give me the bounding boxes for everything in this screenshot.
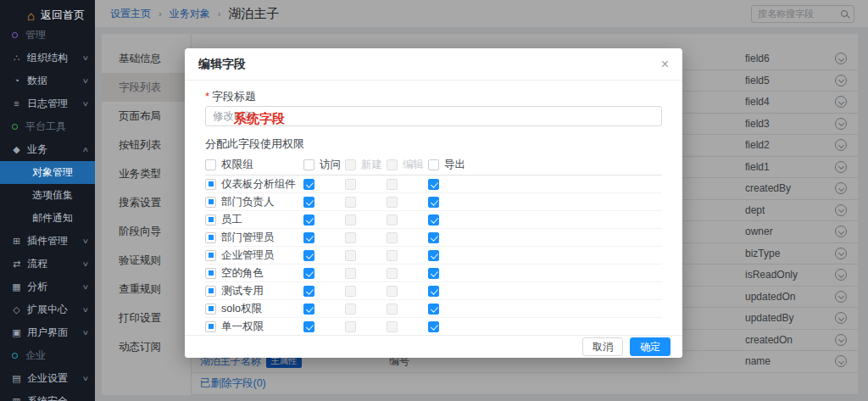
back-home-label: 返回首页 (41, 8, 85, 23)
sidebar-item-enterprise[interactable]: 企业 (0, 344, 95, 367)
permission-group-checkbox[interactable] (205, 214, 216, 226)
permission-rows: 仪表板分析组件部门负责人员工部门管理员企业管理员空的角色测试专用solo权限单一… (205, 175, 662, 336)
sidebar-item-log-management[interactable]: ≡日志管理∨ (0, 92, 95, 115)
permission-group-name: 员工 (221, 213, 242, 227)
access-checkbox[interactable] (303, 250, 314, 261)
export-checkbox[interactable] (428, 250, 439, 261)
perm-cell-permission-group: 仪表板分析组件 (205, 177, 303, 192)
chevron-down-icon: ∨ (82, 77, 90, 85)
perm-cell-export (428, 268, 479, 279)
sidebar-item-extension-center[interactable]: ◇扩展中心∨ (0, 298, 95, 321)
perm-header-label: 访问 (320, 158, 341, 172)
export-checkbox[interactable] (428, 179, 439, 190)
perm-cell-edit (387, 250, 428, 261)
permission-group-checkbox[interactable] (205, 179, 216, 190)
sidebar-item-label: 数据 (27, 74, 47, 88)
chevron-down-icon: ∨ (82, 283, 90, 291)
back-home-button[interactable]: ⌂ 返回首页 (0, 0, 95, 23)
sidebar-item-plugin-management[interactable]: ⊞插件管理∨ (0, 230, 95, 253)
access-checkbox[interactable] (303, 286, 314, 297)
permission-header-row: 权限组访问新建编辑导出 (205, 155, 662, 175)
permission-table: 权限组访问新建编辑导出 仪表板分析组件部门负责人员工部门管理员企业管理员空的角色… (205, 155, 662, 336)
export-checkbox[interactable] (428, 232, 439, 243)
create-checkbox (345, 179, 356, 190)
permission-group-name: 部门负责人 (221, 195, 275, 209)
export-checkbox[interactable] (428, 321, 439, 332)
permission-group-checkbox[interactable] (205, 159, 216, 170)
data-icon: ◔ (10, 76, 23, 86)
plugins-icon: ⊞ (10, 237, 23, 246)
ok-button[interactable]: 确定 (630, 337, 670, 356)
sidebar-item-object-management[interactable]: 对象管理 (0, 161, 95, 184)
edit-checkbox (387, 250, 398, 261)
sidebar-item-label: 扩展中心 (27, 303, 68, 317)
perm-cell-permission-group: 企业管理员 (205, 248, 303, 263)
perm-cell-create (345, 214, 387, 226)
permission-row: 单一权限 (205, 318, 662, 336)
perm-cell-create (345, 304, 387, 315)
sidebar-item-admin[interactable]: 管理 (0, 24, 95, 47)
perm-header-label: 权限组 (221, 158, 253, 172)
sidebar-item-mail-notification[interactable]: 邮件通知 (0, 207, 95, 230)
perm-cell-edit (387, 179, 428, 190)
permission-group-checkbox[interactable] (205, 286, 216, 297)
export-checkbox[interactable] (428, 197, 439, 208)
close-icon[interactable]: × (661, 58, 669, 71)
access-checkbox[interactable] (303, 321, 314, 332)
permission-group-name: 空的角色 (221, 266, 264, 281)
edit-checkbox (387, 304, 398, 315)
permission-group-checkbox[interactable] (205, 250, 216, 261)
perm-cell-permission-group: 单一权限 (205, 320, 303, 334)
access-checkbox[interactable] (303, 159, 314, 170)
sidebar-item-user-interface[interactable]: ▣用户界面∨ (0, 321, 95, 344)
permission-group-name: solo权限 (221, 302, 262, 316)
export-checkbox[interactable] (428, 214, 439, 226)
perm-cell-export (428, 304, 479, 315)
sidebar-item-business[interactable]: ◆业务∧ (0, 138, 95, 161)
chevron-down-icon: ∨ (82, 100, 90, 108)
export-checkbox[interactable] (428, 268, 439, 279)
permission-group-checkbox[interactable] (205, 321, 216, 332)
perm-cell-create (345, 321, 387, 332)
access-checkbox[interactable] (303, 268, 314, 279)
security-icon: ▥ (10, 397, 23, 401)
perm-cell-edit (387, 304, 428, 315)
access-checkbox[interactable] (303, 214, 314, 226)
sidebar-item-enterprise-settings[interactable]: ▤企业设置∨ (0, 367, 95, 390)
export-checkbox[interactable] (428, 286, 439, 297)
edit-field-modal: 编辑字段 × *字段标题 系统字段 分配此字段使用权限 权限组访问新建编辑导出 … (185, 48, 682, 358)
system-field-annotation: 系统字段 (234, 111, 285, 127)
sidebar-item-option-sets[interactable]: 选项值集 (0, 184, 95, 207)
permission-group-checkbox[interactable] (205, 268, 216, 279)
sidebar-menu: 管理∴组织结构∨◔数据∨≡日志管理∨平台工具◆业务∧对象管理选项值集邮件通知⊞插… (0, 24, 95, 401)
perm-cell-edit (387, 321, 428, 332)
sidebar: ⌂ 返回首页 管理∴组织结构∨◔数据∨≡日志管理∨平台工具◆业务∧对象管理选项值… (0, 0, 95, 401)
export-checkbox[interactable] (428, 159, 439, 170)
permission-row: 测试专用 (205, 282, 662, 300)
perm-cell-access (303, 250, 345, 261)
permission-group-name: 单一权限 (221, 320, 264, 334)
perm-header-permission-group: 权限组 (205, 158, 303, 172)
sidebar-item-platform-tools[interactable]: 平台工具 (0, 115, 95, 138)
modal-title: 编辑字段 (198, 57, 246, 72)
perm-cell-edit (387, 197, 428, 208)
sidebar-item-system-security[interactable]: ▥系统安全 (0, 390, 95, 401)
cancel-button[interactable]: 取消 (582, 337, 623, 356)
sidebar-item-org-structure[interactable]: ∴组织结构∨ (0, 47, 95, 70)
sidebar-item-data[interactable]: ◔数据∨ (0, 70, 95, 92)
sidebar-item-analytics[interactable]: ▦分析∨ (0, 276, 95, 298)
permission-group-checkbox[interactable] (205, 197, 216, 208)
access-checkbox[interactable] (303, 197, 314, 208)
perm-cell-edit (387, 268, 428, 279)
export-checkbox[interactable] (428, 304, 439, 315)
permission-group-checkbox[interactable] (205, 232, 216, 243)
access-checkbox[interactable] (303, 179, 314, 190)
access-checkbox[interactable] (303, 232, 314, 243)
sidebar-item-flow[interactable]: ⇄流程∨ (0, 253, 95, 276)
access-checkbox[interactable] (303, 304, 314, 315)
permission-group-checkbox[interactable] (205, 304, 216, 315)
sidebar-item-label: 业务 (27, 142, 47, 157)
chevron-down-icon: ∨ (82, 260, 90, 268)
perm-cell-export (428, 321, 479, 332)
permission-row: 员工 (205, 211, 662, 229)
